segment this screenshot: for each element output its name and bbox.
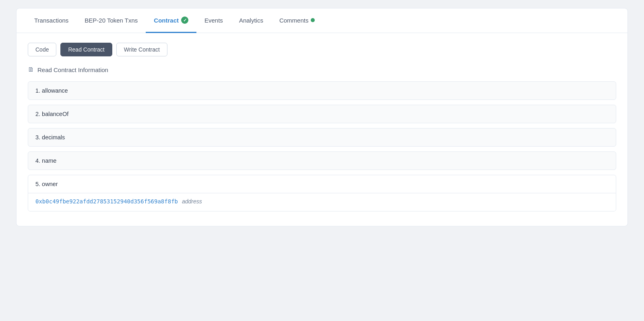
contract-item-4-label: 4. name bbox=[35, 157, 56, 164]
tab-contract-label: Contract bbox=[154, 17, 179, 24]
tab-comments-label: Comments bbox=[279, 17, 309, 24]
owner-address-type: address bbox=[182, 198, 202, 205]
contract-item-3-label: 3. decimals bbox=[35, 134, 65, 141]
tab-analytics[interactable]: Analytics bbox=[231, 9, 271, 33]
contract-item-3: 3. decimals bbox=[28, 128, 616, 147]
contract-item-2-header[interactable]: 2. balanceOf bbox=[28, 105, 616, 123]
tab-events[interactable]: Events bbox=[196, 9, 231, 33]
contract-item-5-label: 5. owner bbox=[35, 181, 58, 187]
contract-item-1-header[interactable]: 1. allowance bbox=[28, 82, 616, 99]
contract-item-5: 5. owner 0xb0c49fbe922afdd27853152940d35… bbox=[28, 175, 616, 211]
tab-bep20[interactable]: BEP-20 Token Txns bbox=[76, 9, 146, 33]
document-icon: 🗎 bbox=[28, 66, 34, 73]
owner-address-row: 0xb0c49fbe922afdd27853152940d356f569a8f8… bbox=[35, 198, 609, 205]
contract-item-3-header[interactable]: 3. decimals bbox=[28, 128, 616, 146]
code-button[interactable]: Code bbox=[28, 43, 56, 56]
tab-bep20-label: BEP-20 Token Txns bbox=[85, 17, 138, 24]
section-heading: 🗎 Read Contract Information bbox=[28, 66, 616, 73]
write-contract-button[interactable]: Write Contract bbox=[116, 43, 167, 56]
contract-verified-icon: ✓ bbox=[181, 17, 188, 24]
contract-item-5-header[interactable]: 5. owner bbox=[28, 175, 616, 193]
tab-contract[interactable]: Contract ✓ bbox=[146, 8, 196, 33]
tab-events-label: Events bbox=[204, 17, 223, 24]
contract-item-5-body: 0xb0c49fbe922afdd27853152940d356f569a8f8… bbox=[28, 193, 616, 211]
tabs-bar: Transactions BEP-20 Token Txns Contract … bbox=[17, 8, 627, 33]
contract-item-2-label: 2. balanceOf bbox=[35, 111, 68, 117]
tab-transactions[interactable]: Transactions bbox=[26, 9, 76, 33]
read-contract-button[interactable]: Read Contract bbox=[60, 43, 112, 56]
contract-item-4-header[interactable]: 4. name bbox=[28, 152, 616, 170]
main-card: Transactions BEP-20 Token Txns Contract … bbox=[16, 8, 628, 226]
section-heading-text: Read Contract Information bbox=[37, 66, 108, 73]
tab-comments[interactable]: Comments bbox=[271, 9, 323, 33]
contract-item-1-label: 1. allowance bbox=[35, 87, 68, 94]
content-area: Code Read Contract Write Contract 🗎 Read… bbox=[17, 33, 627, 226]
page-container: Transactions BEP-20 Token Txns Contract … bbox=[0, 0, 644, 321]
contract-item-1: 1. allowance bbox=[28, 81, 616, 100]
tab-transactions-label: Transactions bbox=[34, 17, 68, 24]
tab-analytics-label: Analytics bbox=[239, 17, 263, 24]
comments-dot-icon bbox=[311, 18, 315, 22]
contract-item-2: 2. balanceOf bbox=[28, 105, 616, 123]
sub-tabs: Code Read Contract Write Contract bbox=[28, 43, 616, 56]
owner-address-link[interactable]: 0xb0c49fbe922afdd27853152940d356f569a8f8… bbox=[35, 198, 178, 205]
contract-item-4: 4. name bbox=[28, 151, 616, 170]
